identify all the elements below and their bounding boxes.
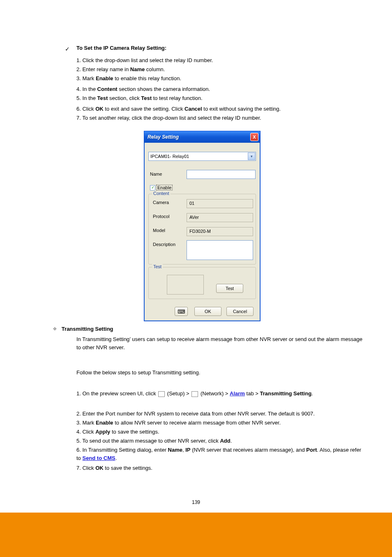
relay-step-7: 7. To set another relay, click the drop-… xyxy=(76,114,364,122)
model-value: FD3020-M xyxy=(187,227,253,236)
relay-step-2: 2. Enter relay name in Name column. xyxy=(76,66,364,74)
keyboard-icon: ⌨ xyxy=(178,309,185,315)
trans-step-1: 1. On the preview screen UI, click (Setu… xyxy=(76,390,364,398)
trans-step-7: 7. Click OK to save the settings. xyxy=(76,464,364,472)
page-footer xyxy=(0,513,392,557)
test-button[interactable]: Test xyxy=(216,284,243,293)
dropdown-selected: IPCAM01- Relay01 xyxy=(150,154,189,159)
name-input[interactable] xyxy=(187,170,256,179)
camera-value: 01 xyxy=(187,199,253,208)
keyboard-button[interactable]: ⌨ xyxy=(175,307,188,316)
dialog-title: Relay Setting xyxy=(148,134,179,140)
close-icon: X xyxy=(253,135,256,139)
relay-step-1: 1. Click the drop-down list and select t… xyxy=(76,57,364,65)
transmitting-heading: Transmitting Setting xyxy=(62,326,113,332)
close-button[interactable]: X xyxy=(250,133,258,141)
diamond-icon: ✧ xyxy=(53,326,57,332)
alarm-link[interactable]: Alarm xyxy=(230,390,245,397)
test-legend: Test xyxy=(152,264,163,269)
name-label: Name xyxy=(150,172,162,176)
dialog-titlebar[interactable]: Relay Setting X xyxy=(144,131,260,143)
relay-setting-dialog: Relay Setting X IPCAM01- Relay01 ▾ Name … xyxy=(144,131,261,321)
test-preview-box xyxy=(167,275,204,295)
chevron-down-icon[interactable]: ▾ xyxy=(248,153,255,160)
enable-checkbox[interactable]: ✓ xyxy=(150,185,155,190)
camera-label: Camera xyxy=(153,200,184,205)
protocol-value: AVer xyxy=(187,213,253,222)
trans-step-5: 5. To send out the alarm message to othe… xyxy=(76,437,364,445)
trans-step-6: 6. In Transmitting Setting dialog, enter… xyxy=(76,446,364,462)
description-label: Description xyxy=(153,242,184,247)
page-number: 139 xyxy=(0,499,392,505)
trans-step-2: 2. Enter the Port number for NVR system … xyxy=(76,410,364,418)
relay-step-6: 6. Click OK to exit and save the setting… xyxy=(76,105,364,113)
trans-step-4: 4. Click Apply to save the settings. xyxy=(76,428,364,436)
description-input[interactable] xyxy=(187,240,253,260)
model-label: Model xyxy=(153,228,184,233)
protocol-label: Protocol xyxy=(153,214,184,219)
test-fieldset: Test Test xyxy=(148,267,256,299)
relay-step-4: 4. In the Content section shows the came… xyxy=(76,86,364,93)
relay-heading: To Set the IP Camera Relay Setting: xyxy=(76,45,166,51)
diamond-bullet: ✧ Transmitting Setting xyxy=(53,326,113,332)
send-to-cms-link[interactable]: Send to CMS xyxy=(82,455,115,461)
relay-step-5: 5. In the Test section, click Test to te… xyxy=(76,95,364,102)
content-fieldset: Content Camera 01 Protocol AVer Model FD… xyxy=(148,194,256,265)
relay-dropdown[interactable]: IPCAM01- Relay01 ▾ xyxy=(148,152,256,161)
content-legend: Content xyxy=(152,191,171,196)
trans-step-3: 3. Mark Enable to allow NVR server to re… xyxy=(76,419,364,427)
ok-button[interactable]: OK xyxy=(194,307,221,316)
transmitting-intro: In Transmitting Setting’ users can setup… xyxy=(76,335,364,377)
relay-step-3: 3. Mark Enable to enable this relay func… xyxy=(76,75,364,83)
check-icon: ✓ xyxy=(65,46,70,52)
cancel-button[interactable]: Cancel xyxy=(226,307,254,316)
enable-checkbox-label: Enable xyxy=(156,185,173,190)
